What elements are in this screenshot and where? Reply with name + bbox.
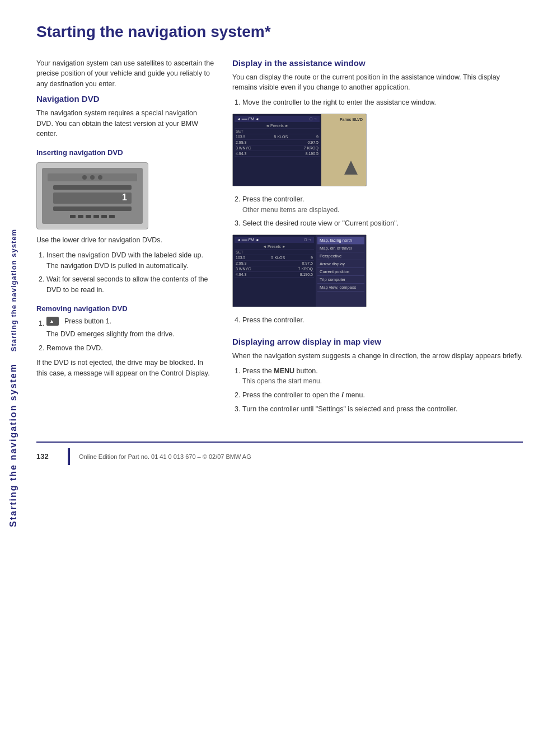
screen-right-1: Palms BLVD xyxy=(321,114,366,186)
footer-copyright: Online Edition for Part no. 01 41 0 013 … xyxy=(79,453,251,460)
screen-row-3: 3 WNYC 7 KROQ xyxy=(235,145,320,151)
arrow-display-body: When the navigation system suggests a ch… xyxy=(232,351,523,361)
menu-item-5: Trip computer xyxy=(317,276,364,284)
list-item: Press the controller to open the i menu. xyxy=(242,390,523,401)
screenshot-2: ◄ ══ FM ◄ □ → ◄ Presets ► SET 103.5 5 KL… xyxy=(232,234,367,307)
list-item: Insert the navigation DVD with the label… xyxy=(46,250,216,271)
main-content: Starting the navigation system* Your nav… xyxy=(31,0,534,476)
intro-text: Your navigation system can use satellite… xyxy=(36,58,216,90)
sidebar: Starting the navigation system Starting … xyxy=(0,0,27,756)
arrow-display-heading: Displaying arrow display in map view xyxy=(232,337,523,346)
map-arrow-icon xyxy=(344,161,358,175)
display-window-step-4: Press the controller. xyxy=(232,315,523,326)
list-item: Turn the controller until "Settings" is … xyxy=(242,404,523,415)
display-window-steps: Move the controller to the right to ente… xyxy=(232,97,523,108)
screen2-presets: ◄ Presets ► xyxy=(235,244,314,250)
screen-header-1: ◄ ══ FM ◄ □ → xyxy=(235,116,320,122)
page-number: 132 xyxy=(36,452,59,461)
list-item: Press the controller. Other menu items a… xyxy=(242,194,523,215)
list-item: Press button 1. The DVD emerges slightly… xyxy=(46,316,216,340)
screen2-row-2: 2:99.3 0:97.5 xyxy=(235,261,314,266)
display-window-heading: Display in the assistance window xyxy=(232,58,523,68)
list-item: Remove the DVD. xyxy=(46,343,216,354)
menu-bold: MENU xyxy=(274,367,294,375)
list-item: Move the controller to the right to ente… xyxy=(242,97,523,108)
page-title: Starting the navigation system* xyxy=(36,22,523,41)
screenshot-1: ◄ ══ FM ◄ □ → ◄ Presets ► SET 103.5 5 KL… xyxy=(232,114,367,186)
inserting-dvd-heading: Inserting navigation DVD xyxy=(36,148,216,157)
screen2-row-4: 4:94.3 8:190.5 xyxy=(235,272,314,278)
menu-item-4: Current position xyxy=(317,268,364,276)
display-window-body: You can display the route or the current… xyxy=(232,72,523,93)
slot-2 xyxy=(53,206,132,211)
sidebar-label-top: Starting the navigation system xyxy=(10,229,18,351)
screen-left-2: ◄ ══ FM ◄ □ → ◄ Presets ► SET 103.5 5 KL… xyxy=(233,235,316,307)
screen2-set: SET xyxy=(235,250,314,255)
screen-header-2: ◄ ══ FM ◄ □ → xyxy=(235,237,314,243)
i-menu-text: i xyxy=(341,391,343,399)
menu-item-2: Perspective xyxy=(317,252,364,260)
screen2-row-1: 103.5 5 KLOS 9 xyxy=(235,255,314,261)
menu-panel: Map, facing north Map, dir. of travel Pe… xyxy=(316,235,366,307)
removing-dvd-heading: Removing navigation DVD xyxy=(36,304,216,313)
device-inner: 1 xyxy=(42,168,143,224)
display-window-steps-2: Press the controller. Other menu items a… xyxy=(232,194,523,229)
removing-dvd-steps: Press button 1. The DVD emerges slightly… xyxy=(36,316,216,354)
list-item: Press the controller. xyxy=(242,315,523,326)
left-column: Your navigation system can use satellite… xyxy=(36,58,216,419)
menu-item-1: Map, dir. of travel xyxy=(317,245,364,252)
screenshot-inner-1: ◄ ══ FM ◄ □ → ◄ Presets ► SET 103.5 5 KL… xyxy=(233,114,366,186)
list-item: Select the desired route view or "Curren… xyxy=(242,218,523,229)
sidebar-label-bottom: Starting the navigation system xyxy=(8,363,18,527)
list-item: Press the MENU button. This opens the st… xyxy=(242,366,523,387)
eject-button-icon xyxy=(46,317,59,326)
nav-dvd-body: The navigation system requires a special… xyxy=(36,108,216,139)
menu-item-6: Map view, compass xyxy=(317,284,364,292)
screen-row-2: 2:99.3 0:97.5 xyxy=(235,140,320,145)
footer-divider xyxy=(68,448,70,465)
screen-set: SET xyxy=(235,129,320,134)
inserting-dvd-steps: Insert the navigation DVD with the label… xyxy=(36,250,216,295)
slot-1 xyxy=(53,185,132,190)
screen-left-1: ◄ ══ FM ◄ □ → ◄ Presets ► SET 103.5 5 KL… xyxy=(233,114,321,186)
button-image: Press button 1. xyxy=(46,316,111,327)
removing-dvd-note: If the DVD is not ejected, the drive may… xyxy=(36,358,216,379)
screen2-row-3: 3 WNYC 7 KROQ xyxy=(235,266,314,272)
two-column-layout: Your navigation system can use satellite… xyxy=(36,58,523,419)
device-number-label: 1 xyxy=(122,192,127,203)
menu-item-0: Map, facing north xyxy=(317,237,364,245)
right-column: Display in the assistance window You can… xyxy=(232,58,523,419)
device-image: 1 xyxy=(36,162,148,229)
menu-item-3: Arrow display xyxy=(317,260,364,268)
nav-dvd-heading: Navigation DVD xyxy=(36,94,216,104)
list-item: Wait for several seconds to allow the co… xyxy=(46,274,216,295)
screen-location: Palms BLVD xyxy=(340,118,363,121)
footer: 132 Online Edition for Part no. 01 41 0 … xyxy=(36,442,523,465)
use-lower-drive: Use the lower drive for navigation DVDs. xyxy=(36,235,216,246)
screen-row-1: 103.5 5 KLOS 9 xyxy=(235,134,320,140)
screen-row-4: 4:94.3 8:190.5 xyxy=(235,151,320,157)
screen-presets: ◄ Presets ► xyxy=(235,123,320,129)
arrow-display-steps: Press the MENU button. This opens the st… xyxy=(232,366,523,415)
